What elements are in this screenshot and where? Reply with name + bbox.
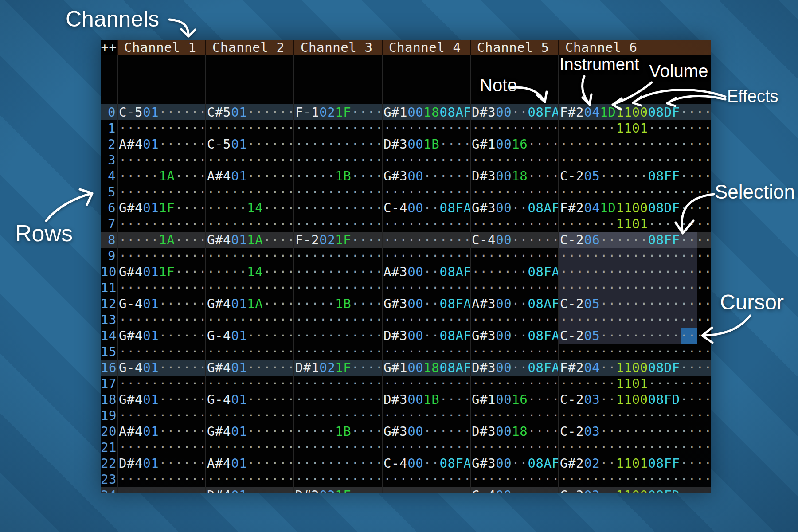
- pattern-cell[interactable]: ···········: [205, 407, 293, 423]
- pattern-cell[interactable]: D#2021F····: [293, 487, 382, 493]
- pattern-cell[interactable]: ···········: [382, 184, 470, 200]
- pattern-cell[interactable]: ···················: [558, 471, 711, 487]
- pattern-cell[interactable]: ···········: [293, 455, 382, 471]
- pattern-cell[interactable]: G#300······: [382, 423, 470, 439]
- pattern-cell[interactable]: A#401······: [117, 136, 205, 152]
- pattern-cell[interactable]: C-400······: [470, 487, 558, 493]
- pattern-cell[interactable]: D#3001B····: [382, 136, 470, 152]
- pattern-cell[interactable]: ···········: [382, 232, 470, 248]
- channel-header[interactable]: Channel 2: [205, 40, 293, 55]
- pattern-cell[interactable]: G#300······: [382, 168, 470, 184]
- pattern-cell[interactable]: ···········: [470, 216, 558, 232]
- pattern-cell[interactable]: ···········: [205, 152, 293, 168]
- pattern-cell[interactable]: A#300··08AF: [382, 264, 470, 280]
- pattern-cell[interactable]: ···········: [117, 280, 205, 296]
- pattern-cell[interactable]: ···········: [117, 312, 205, 328]
- pattern-cell[interactable]: ···········: [205, 439, 293, 455]
- pattern-cell[interactable]: G#1001808AF: [382, 104, 470, 120]
- pattern-cell[interactable]: C-205··············: [558, 328, 711, 344]
- pattern-cell[interactable]: C-205······08FF····: [558, 168, 711, 184]
- pattern-cell[interactable]: G-401······: [117, 296, 205, 312]
- pattern-cell[interactable]: ···········: [117, 120, 205, 136]
- pattern-cell[interactable]: ···········: [205, 280, 293, 296]
- pattern-cell[interactable]: ·······1101········: [558, 376, 711, 391]
- pattern-cell[interactable]: ···········: [293, 248, 382, 264]
- pattern-cell[interactable]: C-205··············: [558, 296, 711, 312]
- pattern-cell[interactable]: ···········: [293, 184, 382, 200]
- pattern-cell[interactable]: ···········: [470, 376, 558, 391]
- pattern-cell[interactable]: ···················: [558, 407, 711, 423]
- pattern-cell[interactable]: ···················: [558, 184, 711, 200]
- pattern-cell[interactable]: ···········: [293, 376, 382, 391]
- pattern-cell[interactable]: ···········: [117, 184, 205, 200]
- pattern-cell[interactable]: ···········: [293, 120, 382, 136]
- pattern-cell[interactable]: ···········: [293, 216, 382, 232]
- pattern-cell[interactable]: ···········: [470, 120, 558, 136]
- pattern-cell[interactable]: ·····1B····: [293, 296, 382, 312]
- pattern-cell[interactable]: ···········: [117, 376, 205, 391]
- pattern-cell[interactable]: ···········: [293, 264, 382, 280]
- pattern-cell[interactable]: ···········: [205, 312, 293, 328]
- pattern-cell[interactable]: ···········: [117, 471, 205, 487]
- pattern-cell[interactable]: ···········: [293, 200, 382, 216]
- pattern-cell[interactable]: ···········: [382, 216, 470, 232]
- pattern-cell[interactable]: ···················: [558, 312, 711, 328]
- pattern-cell[interactable]: ···········: [205, 376, 293, 391]
- pattern-cell[interactable]: G-401······: [205, 328, 293, 344]
- pattern-cell[interactable]: ···················: [558, 152, 711, 168]
- pattern-cell[interactable]: ···················: [558, 344, 711, 360]
- pattern-cell[interactable]: C#501······: [205, 104, 293, 120]
- pattern-cell[interactable]: C-303··110008FD····: [558, 487, 711, 493]
- pattern-cell[interactable]: ···········: [205, 184, 293, 200]
- pattern-cell[interactable]: ·····1B····: [293, 423, 382, 439]
- pattern-cell[interactable]: ·····1B····: [293, 168, 382, 184]
- pattern-cell[interactable]: D#300··08FA: [470, 104, 558, 120]
- channel-header[interactable]: Channel 4: [382, 40, 470, 55]
- pattern-cell[interactable]: A#401······: [205, 168, 293, 184]
- pattern-cell[interactable]: ···········: [382, 280, 470, 296]
- pattern-cell[interactable]: ···········: [293, 312, 382, 328]
- pattern-cell[interactable]: ···········: [382, 487, 470, 493]
- pattern-cell[interactable]: ···········: [470, 439, 558, 455]
- pattern-cell[interactable]: ···········: [117, 439, 205, 455]
- channel-header[interactable]: Channel 3: [293, 40, 382, 55]
- pattern-cell[interactable]: F-1021F····: [293, 104, 382, 120]
- pattern-cell[interactable]: D#401······: [117, 455, 205, 471]
- pattern-cell[interactable]: D#30018····: [470, 423, 558, 439]
- pattern-cell[interactable]: ···········: [205, 471, 293, 487]
- pattern-cell[interactable]: ···········: [293, 407, 382, 423]
- pattern-cell[interactable]: ·····14····: [205, 200, 293, 216]
- pattern-cell[interactable]: ···········: [470, 248, 558, 264]
- pattern-cell[interactable]: G-401······: [205, 391, 293, 407]
- pattern-cell[interactable]: ···········: [382, 344, 470, 360]
- pattern-cell[interactable]: ···········: [205, 120, 293, 136]
- pattern-cell[interactable]: ···················: [558, 248, 711, 264]
- pattern-cell[interactable]: G#4011A····: [205, 296, 293, 312]
- pattern-cell[interactable]: D#300··08FA: [470, 360, 558, 376]
- pattern-cell[interactable]: ···················: [558, 264, 711, 280]
- pattern-cell[interactable]: D#1021F····: [293, 360, 382, 376]
- pattern-cell[interactable]: ···········: [382, 407, 470, 423]
- pattern-cell[interactable]: ·····14····: [205, 264, 293, 280]
- pattern-cell[interactable]: A#401······: [205, 455, 293, 471]
- pattern-cell[interactable]: ···················: [558, 136, 711, 152]
- pattern-cell[interactable]: ···········: [470, 280, 558, 296]
- pattern-cell[interactable]: C-203··110008FD····: [558, 391, 711, 407]
- pattern-cell[interactable]: ···········: [382, 120, 470, 136]
- pattern-cell[interactable]: D#30018····: [470, 168, 558, 184]
- pattern-cell[interactable]: ···········: [293, 344, 382, 360]
- pattern-cell[interactable]: ···········: [382, 471, 470, 487]
- pattern-cell[interactable]: ···········: [117, 152, 205, 168]
- pattern-cell[interactable]: G#300··08AF: [470, 455, 558, 471]
- pattern-cell[interactable]: F-2021F····: [293, 232, 382, 248]
- pattern-cell[interactable]: ···········: [470, 184, 558, 200]
- pattern-cell[interactable]: G#300··08AF: [470, 200, 558, 216]
- pattern-cell[interactable]: ···········: [470, 344, 558, 360]
- pattern-cell[interactable]: ···········: [117, 248, 205, 264]
- pattern-cell[interactable]: F#2041D110008DF····: [558, 104, 711, 120]
- pattern-cell[interactable]: ···········: [470, 312, 558, 328]
- pattern-cell[interactable]: ·······08FA: [470, 264, 558, 280]
- pattern-cell[interactable]: ···········: [293, 439, 382, 455]
- pattern-cell[interactable]: G#10016····: [470, 391, 558, 407]
- pattern-cell[interactable]: ···········: [470, 407, 558, 423]
